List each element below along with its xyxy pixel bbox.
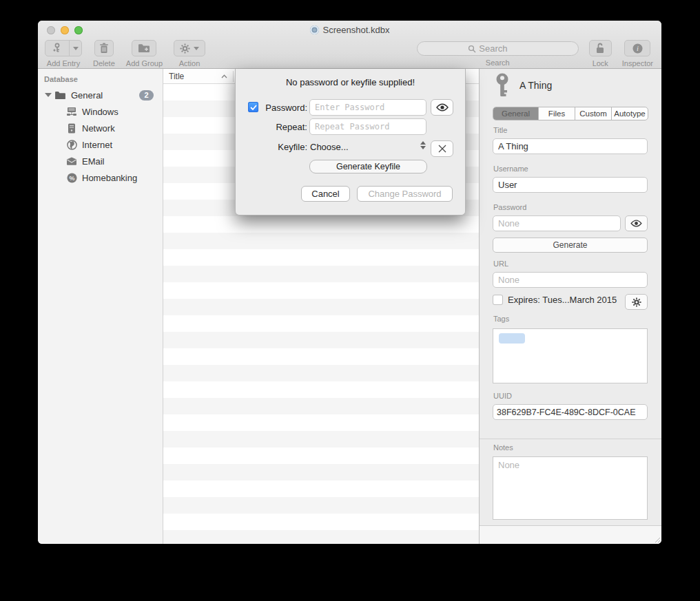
expires-settings-button[interactable] — [625, 294, 648, 310]
gear-icon — [632, 297, 641, 307]
dialog-repeat-label: Repeat: — [260, 122, 307, 132]
tag-chip[interactable] — [499, 333, 525, 344]
delete-button[interactable] — [94, 40, 114, 56]
svg-text:%: % — [69, 174, 74, 181]
folder-plus-icon — [138, 43, 150, 53]
resize-grip[interactable] — [653, 536, 660, 542]
chevron-down-icon — [73, 47, 79, 50]
generate-keyfile-label: Generate Keyfile — [336, 162, 400, 171]
tags-label: Tags — [493, 315, 509, 323]
search-input[interactable] — [479, 43, 527, 54]
sheet-message: No password or keyfile supplied! — [236, 77, 465, 87]
clear-keyfile-button[interactable] — [431, 140, 453, 157]
sidebar-item-windows[interactable]: Windows — [38, 103, 163, 120]
generate-keyfile-button[interactable]: Generate Keyfile — [309, 160, 427, 173]
sidebar-item-network[interactable]: Network — [38, 120, 163, 136]
uuid-label: UUID — [493, 392, 512, 400]
close-x-icon — [438, 145, 446, 153]
add-group-button[interactable] — [132, 40, 156, 56]
group-count-badge: 2 — [139, 90, 154, 101]
sidebar: Database General 2 Windows — [38, 69, 163, 544]
dialog-password-label: Password: — [260, 103, 307, 113]
action-toolbar-item: Action — [174, 40, 205, 67]
action-button[interactable] — [174, 40, 205, 56]
sidebar-item-label: Internet — [82, 140, 112, 150]
password-field[interactable] — [493, 215, 621, 231]
unlocked-padlock-icon — [595, 43, 605, 54]
change-password-button[interactable]: Change Password — [357, 186, 453, 202]
percent-icon: % — [66, 172, 77, 183]
cancel-label: Cancel — [311, 189, 339, 199]
lock-label: Lock — [593, 59, 608, 67]
workstation-icon — [66, 106, 77, 117]
password-field-label: Password — [493, 203, 526, 211]
uuid-field[interactable] — [493, 404, 648, 420]
dialog-keyfile-label: Keyfile: — [260, 142, 307, 152]
sidebar-item-general[interactable]: General 2 — [38, 87, 163, 103]
sidebar-item-label: Windows — [82, 107, 119, 117]
sidebar-item-homebanking[interactable]: % Homebanking — [38, 169, 163, 186]
notes-field[interactable] — [493, 456, 648, 520]
add-entry-toolbar-item: Add Entry — [45, 40, 82, 67]
window-title: Screenshot.kdbx — [38, 21, 661, 39]
add-entry-label: Add Entry — [47, 59, 80, 67]
inspector-button[interactable]: i — [624, 40, 650, 56]
add-entry-button[interactable] — [45, 40, 82, 56]
show-password-button[interactable] — [625, 215, 648, 231]
username-field[interactable] — [493, 177, 648, 193]
tab-autotype[interactable]: Autotype — [612, 107, 648, 120]
search-field[interactable] — [417, 41, 579, 56]
server-icon — [66, 123, 77, 134]
chevron-down-icon — [194, 47, 199, 50]
checkmark-icon — [250, 105, 257, 110]
envelope-icon — [66, 156, 77, 167]
sidebar-item-label: Network — [82, 123, 115, 134]
search-label: Search — [486, 59, 510, 67]
dialog-show-password-button[interactable] — [431, 99, 453, 116]
column-divider[interactable] — [233, 71, 234, 82]
username-field-label: Username — [493, 165, 528, 173]
inspector-tabs: General Files Custom Autotype — [493, 107, 648, 120]
tab-general[interactable]: General — [493, 107, 539, 120]
column-header-title[interactable]: Title — [169, 72, 184, 81]
url-field[interactable] — [493, 272, 648, 288]
delete-toolbar-item: Delete — [93, 40, 115, 67]
generate-password-button[interactable]: Generate — [493, 238, 648, 253]
app-window: Screenshot.kdbx Add Entry — [38, 21, 661, 544]
change-password-label: Change Password — [368, 189, 441, 199]
disclosure-triangle-icon[interactable] — [45, 93, 52, 97]
add-group-label: Add Group — [126, 59, 163, 67]
sidebar-item-internet[interactable]: Internet — [38, 136, 163, 153]
sort-ascending-icon — [221, 74, 227, 78]
info-icon: i — [632, 43, 643, 54]
keyfile-popup[interactable]: Choose... — [310, 142, 349, 152]
search-toolbar-item: Search — [417, 40, 579, 67]
section-divider — [480, 439, 661, 439]
dialog-password-input[interactable] — [309, 99, 426, 116]
popup-stepper-icon[interactable] — [420, 141, 426, 149]
title-field[interactable] — [493, 138, 648, 154]
trash-icon — [99, 43, 109, 54]
add-entry-dropdown[interactable] — [70, 41, 81, 56]
expires-row: Expires: Tues...March 2015 — [493, 295, 617, 305]
gear-icon — [180, 43, 190, 54]
sidebar-item-email[interactable]: EMail — [38, 153, 163, 169]
generate-password-label: Generate — [553, 240, 587, 250]
expires-label: Expires: Tues...March 2015 — [508, 295, 617, 305]
tags-box[interactable] — [493, 328, 648, 383]
tab-files[interactable]: Files — [539, 107, 575, 120]
delete-label: Delete — [93, 59, 115, 67]
svg-text:i: i — [637, 45, 639, 52]
title-field-label: Title — [493, 126, 507, 134]
cancel-button[interactable]: Cancel — [301, 186, 350, 202]
sidebar-item-label: General — [71, 90, 103, 101]
lock-button[interactable] — [589, 40, 612, 56]
tab-custom[interactable]: Custom — [575, 107, 612, 120]
password-checkbox[interactable] — [248, 102, 258, 112]
document-icon — [310, 25, 319, 34]
expires-checkbox[interactable] — [493, 295, 503, 305]
add-group-toolbar-item: Add Group — [126, 40, 163, 67]
notes-label: Notes — [493, 443, 513, 452]
globe-icon — [66, 139, 77, 150]
dialog-repeat-input[interactable] — [309, 118, 426, 135]
